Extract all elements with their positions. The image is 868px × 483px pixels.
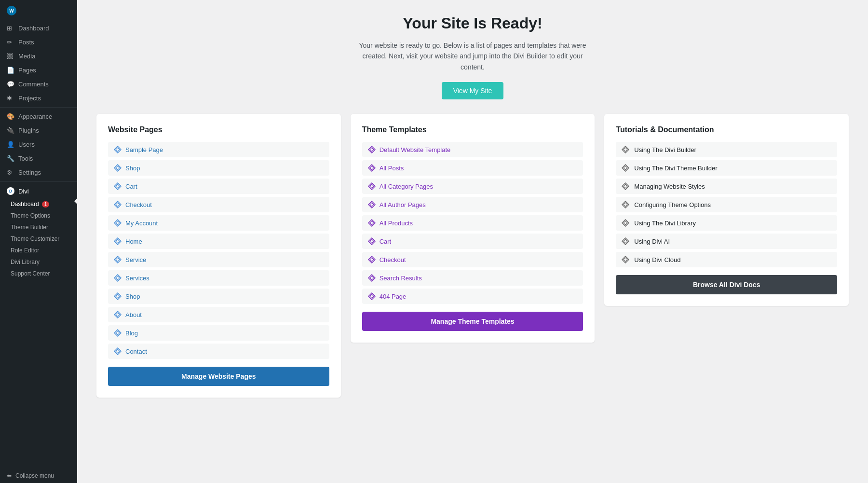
- website-page-link[interactable]: Home: [125, 238, 142, 245]
- sidebar-item-posts[interactable]: ✏ Posts: [0, 35, 77, 49]
- sidebar-item-appearance[interactable]: 🎨 Appearance: [0, 110, 77, 124]
- sub-theme-customizer-label: Theme Customizer: [11, 235, 59, 242]
- website-page-link[interactable]: Blog: [125, 330, 138, 337]
- theme-template-link[interactable]: Search Results: [380, 275, 422, 282]
- website-page-item[interactable]: Cart: [108, 179, 329, 194]
- divi-sub-menu: Dashboard 1 Theme Options Theme Builder …: [0, 198, 77, 279]
- sidebar-item-dashboard[interactable]: ⊞ Dashboard: [0, 21, 77, 35]
- website-pages-card: Website Pages Sample Page Shop Cart Chec…: [96, 114, 341, 398]
- tutorial-item-label: Using The Divi Theme Builder: [634, 165, 717, 172]
- manage-theme-templates-button[interactable]: Manage Theme Templates: [362, 312, 583, 331]
- sidebar-plugins-label: Plugins: [18, 127, 39, 134]
- website-page-item[interactable]: My Account: [108, 215, 329, 231]
- collapse-menu-button[interactable]: ⬅ Collapse menu: [0, 469, 77, 483]
- sidebar-item-tools[interactable]: 🔧 Tools: [0, 152, 77, 166]
- website-page-item[interactable]: About: [108, 307, 329, 322]
- divi-menu-item[interactable]: D Divi: [0, 184, 77, 198]
- sub-item-support-center[interactable]: Support Center: [0, 268, 77, 279]
- theme-template-link[interactable]: Checkout: [380, 256, 406, 263]
- sidebar-item-settings[interactable]: ⚙ Settings: [0, 166, 77, 179]
- dashboard-icon: ⊞: [7, 25, 14, 32]
- tutorial-item[interactable]: Using The Divi Theme Builder: [616, 160, 837, 176]
- sub-item-dashboard[interactable]: Dashboard 1: [0, 198, 77, 210]
- sidebar-item-comments[interactable]: 💬 Comments: [0, 77, 77, 91]
- sub-item-theme-options[interactable]: Theme Options: [0, 210, 77, 221]
- view-site-button[interactable]: View My Site: [442, 82, 504, 99]
- website-page-item[interactable]: Blog: [108, 325, 329, 341]
- theme-template-item[interactable]: All Author Pages: [362, 197, 583, 212]
- website-page-item[interactable]: Home: [108, 234, 329, 249]
- sidebar-tools-label: Tools: [18, 155, 33, 162]
- theme-template-link[interactable]: Cart: [380, 238, 392, 245]
- theme-template-item[interactable]: Default Website Template: [362, 142, 583, 157]
- sub-divi-library-label: Divi Library: [11, 259, 40, 265]
- theme-template-item[interactable]: 404 Page: [362, 289, 583, 304]
- main-content: Your Site Is Ready! Your website is read…: [77, 0, 868, 483]
- website-page-link[interactable]: Services: [125, 275, 149, 282]
- divi-label[interactable]: D Divi: [0, 184, 77, 198]
- tutorial-item[interactable]: Using The Divi Builder: [616, 142, 837, 157]
- collapse-label: Collapse menu: [15, 472, 54, 479]
- tutorial-item[interactable]: Using Divi Cloud: [616, 252, 837, 267]
- website-page-link[interactable]: Shop: [125, 165, 140, 172]
- sub-item-theme-customizer[interactable]: Theme Customizer: [0, 233, 77, 245]
- website-page-item[interactable]: Service: [108, 252, 329, 267]
- website-page-link[interactable]: Shop: [125, 293, 140, 300]
- theme-template-item[interactable]: Cart: [362, 234, 583, 249]
- cards-row: Website Pages Sample Page Shop Cart Chec…: [96, 114, 849, 398]
- theme-template-link[interactable]: All Author Pages: [380, 201, 426, 208]
- sidebar-item-plugins[interactable]: 🔌 Plugins: [0, 124, 77, 138]
- website-page-link[interactable]: My Account: [125, 220, 158, 227]
- website-page-link[interactable]: About: [125, 311, 142, 318]
- sub-item-role-editor[interactable]: Role Editor: [0, 245, 77, 256]
- sidebar-item-users[interactable]: 👤 Users: [0, 138, 77, 152]
- website-page-item[interactable]: Sample Page: [108, 142, 329, 157]
- website-page-item[interactable]: Checkout: [108, 197, 329, 212]
- theme-templates-card: Theme Templates Default Website Template…: [351, 114, 595, 343]
- users-icon: 👤: [7, 141, 14, 148]
- website-page-link[interactable]: Sample Page: [125, 146, 163, 153]
- tutorial-item[interactable]: Using The Divi Library: [616, 215, 837, 231]
- tutorial-item-label: Using The Divi Builder: [634, 146, 696, 153]
- theme-template-link[interactable]: All Posts: [380, 165, 404, 172]
- sidebar-item-pages[interactable]: 📄 Pages: [0, 63, 77, 77]
- sub-role-editor-label: Role Editor: [11, 247, 39, 254]
- theme-template-link[interactable]: All Category Pages: [380, 183, 433, 190]
- website-page-link[interactable]: Checkout: [125, 201, 152, 208]
- sidebar-item-projects[interactable]: ✱ Projects: [0, 91, 77, 105]
- website-pages-list: Sample Page Shop Cart Checkout My Accoun…: [108, 142, 329, 359]
- divi-menu-label: Divi: [18, 188, 29, 195]
- tutorial-item[interactable]: Managing Website Styles: [616, 179, 837, 194]
- website-page-link[interactable]: Contact: [125, 348, 147, 355]
- tutorial-item[interactable]: Configuring Theme Options: [616, 197, 837, 212]
- theme-template-link[interactable]: 404 Page: [380, 293, 407, 300]
- theme-templates-list: Default Website Template All Posts All C…: [362, 142, 583, 304]
- tutorials-list: Using The Divi Builder Using The Divi Th…: [616, 142, 837, 267]
- website-page-link[interactable]: Cart: [125, 183, 137, 190]
- website-page-item[interactable]: Shop: [108, 160, 329, 176]
- tools-icon: 🔧: [7, 155, 14, 162]
- website-page-item[interactable]: Contact: [108, 344, 329, 359]
- tutorial-item-label: Using Divi Cloud: [634, 256, 680, 263]
- sub-item-divi-library[interactable]: Divi Library: [0, 256, 77, 268]
- theme-template-link[interactable]: Default Website Template: [380, 146, 451, 153]
- sidebar-item-media[interactable]: 🖼 Media: [0, 49, 77, 63]
- website-page-link[interactable]: Service: [125, 256, 146, 263]
- manage-website-pages-button[interactable]: Manage Website Pages: [108, 367, 329, 386]
- theme-template-link[interactable]: All Products: [380, 220, 413, 227]
- sidebar-divider-1: [0, 107, 77, 108]
- website-page-item[interactable]: Shop: [108, 289, 329, 304]
- theme-template-item[interactable]: All Posts: [362, 160, 583, 176]
- tutorial-item-label: Configuring Theme Options: [634, 201, 711, 208]
- theme-template-item[interactable]: All Products: [362, 215, 583, 231]
- theme-template-item[interactable]: Search Results: [362, 270, 583, 286]
- tutorial-item[interactable]: Using Divi AI: [616, 234, 837, 249]
- sub-item-theme-builder[interactable]: Theme Builder: [0, 221, 77, 233]
- theme-template-item[interactable]: Checkout: [362, 252, 583, 267]
- sub-support-center-label: Support Center: [11, 270, 50, 277]
- theme-template-item[interactable]: All Category Pages: [362, 179, 583, 194]
- sub-theme-options-label: Theme Options: [11, 212, 50, 219]
- website-page-item[interactable]: Services: [108, 270, 329, 286]
- tutorial-item-label: Using Divi AI: [634, 238, 670, 245]
- browse-all-docs-button[interactable]: Browse All Divi Docs: [616, 275, 837, 294]
